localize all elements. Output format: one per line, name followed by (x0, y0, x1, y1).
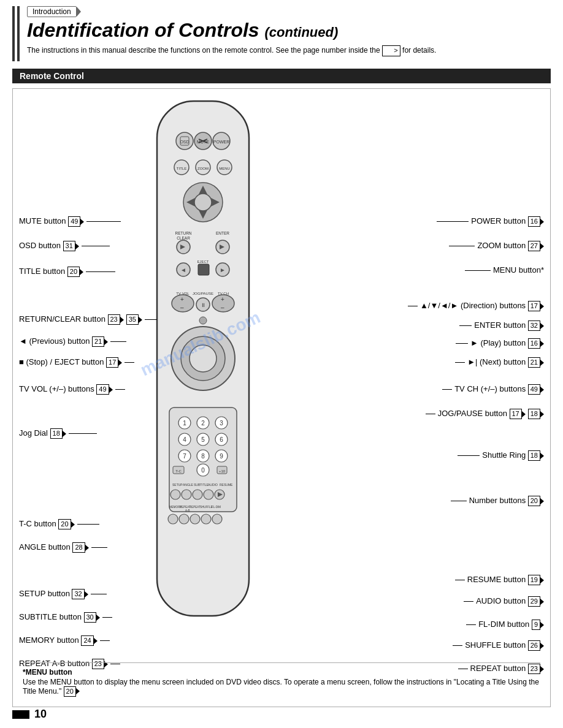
svg-text:4: 4 (183, 436, 186, 443)
svg-point-93 (179, 514, 189, 524)
svg-text:EJECT: EJECT (197, 260, 209, 264)
label-jog: Jog Dial 18 (19, 428, 66, 439)
label-subtitle: SUBTITLE button 30 (19, 612, 100, 623)
label-prev: ◄ (Previous) button 21 (19, 336, 108, 347)
svg-point-49 (190, 345, 216, 372)
svg-text:ZOOM: ZOOM (197, 167, 209, 170)
svg-text:9: 9 (220, 453, 223, 460)
label-power: POWER button 16 (471, 216, 544, 227)
footnote-title-text: *MENU button (23, 668, 72, 677)
svg-text:A-B: A-B (185, 509, 190, 512)
title-area: Introduction Identification of Controls … (27, 6, 551, 61)
subtitle-text: The instructions in this manual describe… (27, 45, 551, 56)
label-audio-text: AUDIO button (476, 596, 528, 605)
section-label: Remote Control (20, 71, 84, 81)
subtitle-main: The instructions in this manual describe… (27, 46, 380, 55)
svg-text:RESUME: RESUME (220, 483, 233, 487)
section-header: Remote Control (12, 69, 551, 83)
svg-point-46 (199, 317, 207, 324)
vline-1 (12, 6, 15, 61)
svg-text:5: 5 (201, 436, 205, 443)
label-stop-text: ■ (Stop) / EJECT button (19, 357, 106, 366)
top-bar: Introduction Identification of Controls … (0, 0, 563, 61)
label-audio: AUDIO button 29 (476, 596, 544, 607)
svg-point-95 (201, 514, 211, 524)
label-enter: ENTER button 32 (474, 320, 544, 331)
label-next-text: ►| (Next) button (467, 357, 528, 366)
label-title: TITLE button 20 (19, 267, 83, 277)
page-number-area: 10 (12, 708, 47, 721)
label-shuffle-text: SHUFFLE button (465, 640, 528, 650)
svg-text:ANGLE: ANGLE (183, 483, 194, 487)
svg-text:6: 6 (220, 436, 223, 443)
label-setup: SETUP button 32 (19, 589, 88, 599)
svg-text:SETUP: SETUP (172, 483, 183, 487)
remote-area: manualslib.com OSD MUTE POWER TITLE (12, 88, 551, 707)
svg-text:RETURN: RETURN (175, 231, 191, 235)
label-shuttle: Shuttle Ring 18 (482, 450, 544, 461)
label-memory: MEMORY button 24 (19, 635, 98, 646)
svg-point-83 (204, 490, 213, 499)
title-text: Identification of Controls (27, 19, 259, 41)
page-number: 10 (34, 708, 47, 721)
label-zoom-text: ZOOM button (477, 241, 527, 250)
svg-text:3: 3 (220, 420, 223, 427)
svg-text:CLEAR: CLEAR (177, 236, 190, 240)
label-play-text: ► (Play) button (470, 338, 528, 347)
svg-text:MUTE: MUTE (197, 140, 209, 144)
label-enter-text: ENTER button (474, 320, 527, 330)
svg-text:JOG/PAUSE: JOG/PAUSE (193, 292, 213, 295)
svg-point-92 (168, 514, 178, 524)
page-container: Introduction Identification of Controls … (0, 0, 563, 728)
svg-text:SUBTITLE: SUBTITLE (194, 483, 209, 487)
svg-text:+: + (180, 296, 184, 303)
svg-point-82 (193, 490, 202, 499)
label-next: ►| (Next) button 21 (467, 357, 544, 368)
svg-point-96 (212, 514, 222, 524)
label-numbers-text: Number buttons (469, 496, 528, 505)
title-continued: (continued) (265, 25, 339, 40)
label-direction-text: ▲/▼/◄/► (Direction) buttons (420, 301, 528, 310)
label-resume-text: RESUME button (467, 575, 528, 584)
svg-text:+: + (221, 296, 224, 303)
svg-text:7: 7 (183, 453, 186, 460)
svg-text:REPEAT: REPEAT (190, 506, 201, 509)
svg-text:T-C: T-C (175, 469, 182, 473)
label-menu: MENU button* (493, 265, 544, 275)
page-number-bar (12, 710, 29, 719)
footnote-area: *MENU button Use the MENU button to disp… (23, 662, 540, 697)
label-numbers: Number buttons 20 (469, 496, 544, 506)
label-jogpause: JOG/PAUSE button 1718 (438, 409, 544, 419)
svg-text:–: – (221, 304, 224, 311)
label-subtitle-text: SUBTITLE button (19, 612, 84, 621)
label-play: ► (Play) button 16 (470, 338, 544, 349)
svg-text:TITLE: TITLE (177, 167, 186, 170)
svg-text:ENTER: ENTER (216, 231, 229, 235)
svg-text:►: ► (220, 267, 226, 273)
label-shuffle: SHUFFLE button 26 (465, 640, 544, 651)
svg-text:MENU: MENU (219, 167, 230, 170)
svg-text:0: 0 (201, 467, 205, 474)
vline-2 (17, 6, 20, 61)
svg-text:AUDIO: AUDIO (208, 483, 218, 487)
svg-text:⏸: ⏸ (201, 302, 206, 308)
svg-text:–: – (180, 304, 184, 311)
breadcrumb-tag: Introduction (27, 6, 77, 17)
label-return-text: RETURN/CLEAR button (19, 314, 108, 324)
footnote-body: Use the MENU button to display the menu … (23, 678, 540, 697)
label-tvch-text: TV CH (+/–) buttons (454, 384, 528, 393)
subtitle-for: for details. (402, 46, 436, 55)
label-angle-text: ANGLE button (19, 542, 72, 552)
remote-diagram: OSD MUTE POWER TITLE ZOOM MENU (126, 95, 280, 630)
main-title: Identification of Controls (continued) (27, 20, 551, 41)
label-mute-text: MUTE button (19, 216, 68, 226)
vertical-lines (12, 6, 20, 61)
label-return: RETURN/CLEAR button 2335 (19, 314, 142, 325)
label-tc-text: T-C button (19, 519, 58, 528)
label-fldim: FL-DIM button 9 (478, 620, 544, 630)
label-tvvol: TV VOL (+/–) buttons 49 (19, 384, 113, 395)
label-title-text: TITLE button (19, 267, 67, 276)
breadcrumb-row: Introduction (27, 6, 551, 17)
label-zoom: ZOOM button 27 (477, 241, 544, 251)
label-shuttle-text: Shuttle Ring (482, 450, 527, 460)
